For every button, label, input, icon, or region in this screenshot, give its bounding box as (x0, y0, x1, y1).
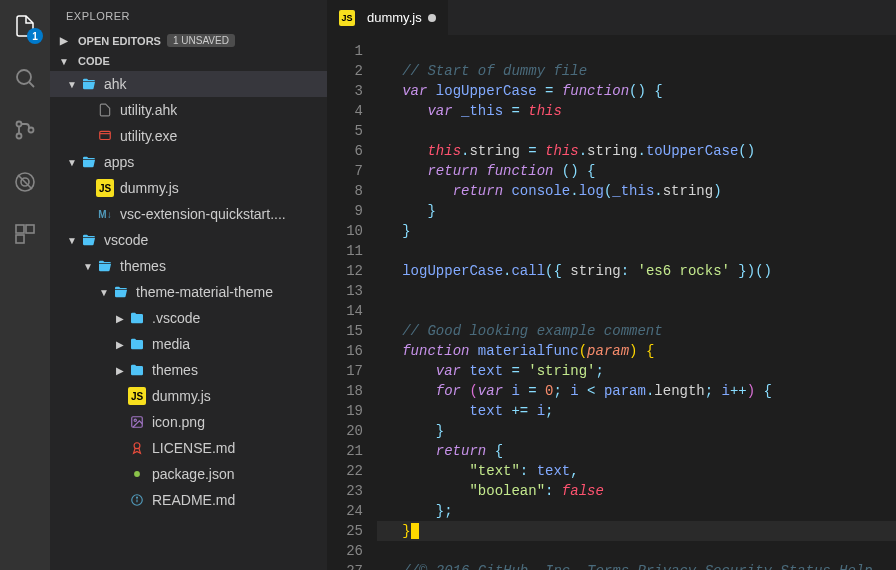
code-line[interactable]: var logUpperCase = function() { (377, 81, 896, 101)
tree-label: vsc-extension-quickstart.... (120, 206, 286, 222)
activity-search[interactable] (9, 62, 41, 94)
tree-label: utility.exe (120, 128, 177, 144)
code-line[interactable]: var text = 'string'; (377, 361, 896, 381)
file-row-dummy-js[interactable]: JSdummy.js (50, 383, 327, 409)
line-number: 4 (327, 101, 363, 121)
svg-line-7 (18, 175, 32, 189)
svg-point-0 (17, 70, 31, 84)
js-icon: JS (339, 10, 355, 26)
code-line[interactable]: this.string = this.string.toUpperCase() (377, 141, 896, 161)
line-number: 8 (327, 181, 363, 201)
svg-rect-8 (16, 225, 24, 233)
file-row-utility-exe[interactable]: utility.exe (50, 123, 327, 149)
twisty-icon: ▼ (66, 157, 78, 168)
file-row-vsc-extension-quickstart-[interactable]: M↓vsc-extension-quickstart.... (50, 201, 327, 227)
code-line[interactable]: // Good looking example comment (377, 321, 896, 341)
tab-dummy-js[interactable]: JS dummy.js (327, 0, 448, 35)
file-row-readme-md[interactable]: README.md (50, 487, 327, 513)
line-number: 21 (327, 441, 363, 461)
folder-row-vscode[interactable]: ▼vscode (50, 227, 327, 253)
activity-explorer[interactable]: 1 (9, 10, 41, 42)
file-icon (96, 101, 114, 119)
code-line[interactable]: } (377, 221, 896, 241)
svg-rect-9 (26, 225, 34, 233)
line-number: 22 (327, 461, 363, 481)
editor-area: JS dummy.js 1234567891011121314151617181… (327, 0, 896, 570)
code-line[interactable] (377, 541, 896, 561)
line-number: 7 (327, 161, 363, 181)
line-number: 16 (327, 341, 363, 361)
line-gutter: 1234567891011121314151617181920212223242… (327, 35, 377, 570)
line-number: 19 (327, 401, 363, 421)
code-line[interactable]: logUpperCase.call({ string: 'es6 rocks' … (377, 261, 896, 281)
folder-row--vscode[interactable]: ▶.vscode (50, 305, 327, 331)
code-line[interactable] (377, 301, 896, 321)
line-number: 17 (327, 361, 363, 381)
code-line[interactable]: return function () { (377, 161, 896, 181)
svg-point-16 (134, 471, 140, 477)
code-line[interactable]: // Start of dummy file (377, 61, 896, 81)
code-editor[interactable]: 1234567891011121314151617181920212223242… (327, 35, 896, 570)
folder-row-media[interactable]: ▶media (50, 331, 327, 357)
activity-debug[interactable] (9, 166, 41, 198)
open-editors-label: OPEN EDITORS (78, 35, 161, 47)
file-row-dummy-js[interactable]: JSdummy.js (50, 175, 327, 201)
svg-point-4 (29, 128, 34, 133)
editor-tabs: JS dummy.js (327, 0, 896, 35)
code-line[interactable]: }; (377, 501, 896, 521)
tree-label: LICENSE.md (152, 440, 235, 456)
folder-row-theme-material-theme[interactable]: ▼theme-material-theme (50, 279, 327, 305)
code-line[interactable] (377, 241, 896, 261)
code-content[interactable]: // Start of dummy file var logUpperCase … (377, 35, 896, 570)
line-number: 26 (327, 541, 363, 561)
chevron-right-icon: ▶ (58, 35, 70, 46)
line-number: 23 (327, 481, 363, 501)
folder-open-icon (80, 75, 98, 93)
file-row-icon-png[interactable]: icon.png (50, 409, 327, 435)
svg-line-1 (29, 82, 34, 87)
section-open-editors[interactable]: ▶ OPEN EDITORS 1 UNSAVED (50, 30, 327, 51)
line-number: 14 (327, 301, 363, 321)
folder-row-apps[interactable]: ▼apps (50, 149, 327, 175)
tree-label: package.json (152, 466, 235, 482)
exe-icon (96, 127, 114, 145)
twisty-icon: ▼ (98, 287, 110, 298)
git-icon (13, 118, 37, 142)
code-line[interactable]: "boolean": false (377, 481, 896, 501)
js-icon: JS (128, 387, 146, 405)
code-line[interactable]: } (377, 421, 896, 441)
folder-open-icon (96, 257, 114, 275)
folder-row-themes[interactable]: ▶themes (50, 357, 327, 383)
json-icon (128, 465, 146, 483)
file-row-license-md[interactable]: LICENSE.md (50, 435, 327, 461)
line-number: 9 (327, 201, 363, 221)
file-row-package-json[interactable]: package.json (50, 461, 327, 487)
section-code[interactable]: ▼ CODE (50, 51, 327, 71)
code-line[interactable]: var _this = this (377, 101, 896, 121)
tree-label: .vscode (152, 310, 200, 326)
svg-rect-10 (16, 235, 24, 243)
svg-rect-11 (100, 131, 111, 139)
folder-row-ahk[interactable]: ▼ahk (50, 71, 327, 97)
bug-icon (13, 170, 37, 194)
code-line[interactable] (377, 281, 896, 301)
file-row-utility-ahk[interactable]: utility.ahk (50, 97, 327, 123)
code-line[interactable]: //© 2016 GitHub, Inc. Terms Privacy Secu… (377, 561, 896, 570)
code-line[interactable]: "text": text, (377, 461, 896, 481)
folder-row-themes[interactable]: ▼themes (50, 253, 327, 279)
file-tree[interactable]: ▼ahkutility.ahkutility.exe▼appsJSdummy.j… (50, 71, 327, 570)
code-line[interactable]: } (377, 201, 896, 221)
code-line[interactable]: return { (377, 441, 896, 461)
activity-bar: 1 (0, 0, 50, 570)
activity-source-control[interactable] (9, 114, 41, 146)
image-icon (128, 413, 146, 431)
code-line[interactable]: function materialfunc(param) { (377, 341, 896, 361)
cursor (411, 523, 419, 539)
code-line[interactable]: } (377, 521, 896, 541)
code-line[interactable]: text += i; (377, 401, 896, 421)
code-line[interactable]: return console.log(_this.string) (377, 181, 896, 201)
code-line[interactable]: for (var i = 0; i < param.length; i++) { (377, 381, 896, 401)
activity-extensions[interactable] (9, 218, 41, 250)
code-line[interactable] (377, 121, 896, 141)
code-line[interactable] (377, 41, 896, 61)
